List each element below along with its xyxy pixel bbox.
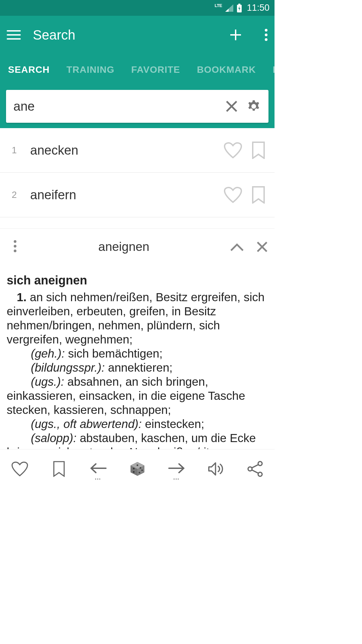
register-label: (ugs.): (31, 375, 64, 388)
clock-time: 11:50 (247, 3, 269, 13)
signal-icon (225, 4, 233, 12)
favorite-icon[interactable] (224, 141, 242, 160)
register-label: (ugs., oft abwertend): (31, 417, 142, 430)
speak-button[interactable] (206, 459, 226, 479)
back-button[interactable]: ••• (88, 459, 108, 479)
svg-point-6 (14, 240, 16, 243)
result-row[interactable]: 2 aneifern (0, 173, 275, 217)
svg-point-3 (265, 34, 267, 36)
svg-point-12 (139, 467, 141, 469)
register-label: (geh.): (31, 347, 65, 360)
definition-sub: (bildungsspr.): annektieren; (31, 361, 268, 375)
definition-number: 1. (17, 290, 26, 304)
svg-point-13 (141, 470, 143, 471)
favorite-button[interactable] (10, 459, 30, 479)
results-list: 1 anecken 2 aneifern (0, 128, 275, 217)
battery-charging-icon (237, 4, 242, 12)
tab-bar: SEARCH TRAINING FAVORITE BOOKMARK HISTOR… (0, 54, 275, 86)
result-number: 2 (12, 190, 30, 200)
article-body: sich aneignen 1. an sich nehmen/reißen, … (0, 265, 275, 463)
result-word: aneifern (30, 188, 217, 202)
svg-point-11 (133, 471, 134, 473)
result-number: 1 (12, 145, 30, 156)
svg-point-14 (138, 472, 140, 474)
clear-icon[interactable] (224, 99, 239, 114)
svg-point-2 (265, 29, 267, 32)
register-label: (bildungsspr.): (31, 361, 105, 374)
share-button[interactable] (245, 459, 265, 479)
search-wrap (0, 86, 275, 128)
bookmark-icon[interactable] (249, 185, 268, 204)
tab-history[interactable]: HISTORY (273, 64, 275, 75)
bookmark-button[interactable] (49, 459, 69, 479)
register-label: (salopp): (31, 431, 76, 444)
random-button[interactable] (127, 459, 147, 479)
search-box (6, 90, 268, 123)
forward-button[interactable]: ••• (167, 459, 187, 479)
article-overflow-icon[interactable] (0, 239, 30, 254)
register-text: einstecken; (142, 417, 204, 430)
bottom-bar: ••• ••• (0, 449, 275, 488)
close-icon[interactable] (249, 234, 275, 259)
search-input[interactable] (13, 99, 217, 114)
definition-sub: (ugs.): absahnen, an sich bringen, einka… (7, 375, 268, 417)
definition-block: 1. an sich nehmen/reißen, Besitz ergreif… (7, 290, 268, 346)
definition-sub: (geh.): sich bemächtigen; (31, 346, 268, 361)
svg-point-8 (14, 250, 16, 252)
definition-text: an sich nehmen/reißen, Besitz ergreifen,… (7, 290, 264, 346)
svg-point-4 (265, 38, 267, 41)
favorite-icon[interactable] (224, 185, 242, 204)
tab-search[interactable]: SEARCH (8, 64, 50, 75)
result-word: anecken (30, 143, 217, 158)
register-text: annektieren; (105, 361, 172, 374)
add-icon[interactable] (229, 28, 242, 42)
bookmark-icon[interactable] (249, 141, 268, 160)
article-title: aneignen (30, 240, 224, 254)
svg-point-9 (136, 465, 138, 466)
article-headword: sich aneignen (7, 273, 268, 287)
tab-favorite[interactable]: FAVORITE (131, 64, 180, 75)
svg-point-17 (258, 472, 262, 476)
hamburger-icon[interactable] (7, 28, 21, 42)
tab-training[interactable]: TRAINING (66, 64, 114, 75)
svg-point-10 (133, 468, 134, 470)
svg-rect-0 (238, 4, 240, 5)
result-row[interactable]: 1 anecken (0, 128, 275, 173)
status-bar: LTE 11:50 (0, 0, 275, 16)
app-title: Search (33, 28, 217, 43)
tab-bookmark[interactable]: BOOKMARK (197, 64, 256, 75)
svg-point-15 (258, 462, 262, 466)
register-text: sich bemächtigen; (65, 347, 163, 360)
article-header: aneignen (0, 228, 275, 265)
article-panel: aneignen sich aneignen 1. an sich nehmen… (0, 228, 275, 463)
svg-point-7 (14, 245, 16, 248)
settings-icon[interactable] (246, 99, 261, 114)
collapse-icon[interactable] (224, 234, 249, 259)
overflow-menu-icon[interactable] (264, 28, 268, 42)
definition-sub: (ugs., oft abwertend): einstecken; (31, 417, 268, 431)
lte-label: LTE (215, 3, 222, 8)
dots-indicator: ••• (95, 477, 101, 482)
dots-indicator: ••• (173, 477, 180, 482)
svg-point-16 (248, 467, 252, 471)
app-bar: Search (0, 16, 275, 54)
svg-point-5 (252, 105, 255, 108)
